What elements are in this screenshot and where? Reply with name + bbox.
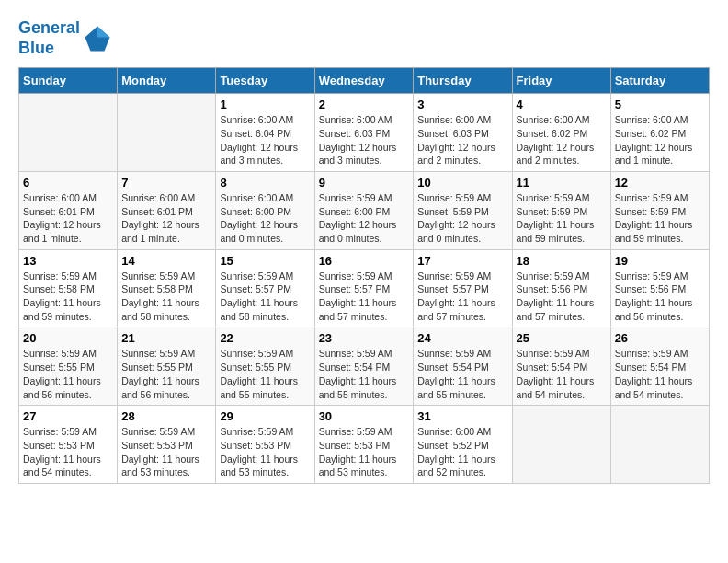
calendar-cell: 7Sunrise: 6:00 AMSunset: 6:01 PMDaylight… [118,171,216,249]
day-number: 11 [517,176,607,190]
day-info: Sunrise: 5:59 AMSunset: 5:57 PMDaylight:… [220,270,310,324]
day-number: 22 [220,331,310,345]
calendar-cell: 20Sunrise: 5:59 AMSunset: 5:55 PMDayligh… [19,327,118,406]
day-info: Sunrise: 6:00 AMSunset: 6:01 PMDaylight:… [23,191,113,246]
day-number: 9 [319,176,410,190]
calendar-cell: 17Sunrise: 5:59 AMSunset: 5:57 PMDayligh… [414,249,512,327]
calendar-cell: 16Sunrise: 5:59 AMSunset: 5:57 PMDayligh… [314,249,414,327]
weekday-header-saturday: Saturday [610,68,709,94]
day-number: 7 [121,176,211,190]
day-info: Sunrise: 6:00 AMSunset: 5:52 PMDaylight:… [417,425,507,479]
calendar-cell: 4Sunrise: 6:00 AMSunset: 6:02 PMDaylight… [512,94,610,172]
day-info: Sunrise: 5:59 AMSunset: 5:53 PMDaylight:… [319,425,410,479]
calendar-cell: 18Sunrise: 5:59 AMSunset: 5:56 PMDayligh… [512,249,610,327]
calendar-cell: 30Sunrise: 5:59 AMSunset: 5:53 PMDayligh… [314,406,414,484]
day-number: 12 [615,176,705,190]
day-info: Sunrise: 5:59 AMSunset: 5:53 PMDaylight:… [220,425,310,479]
calendar-cell: 15Sunrise: 5:59 AMSunset: 5:57 PMDayligh… [216,249,314,327]
day-number: 14 [121,254,211,268]
day-info: Sunrise: 5:59 AMSunset: 5:53 PMDaylight:… [121,425,211,479]
day-info: Sunrise: 5:59 AMSunset: 5:56 PMDaylight:… [615,270,705,324]
day-number: 27 [23,409,113,423]
day-number: 17 [417,254,507,268]
weekday-header-sunday: Sunday [19,68,118,94]
day-info: Sunrise: 5:59 AMSunset: 5:55 PMDaylight:… [121,347,211,401]
calendar-cell: 19Sunrise: 5:59 AMSunset: 5:56 PMDayligh… [610,249,709,327]
calendar-cell: 24Sunrise: 5:59 AMSunset: 5:54 PMDayligh… [414,327,512,406]
day-number: 25 [517,331,607,345]
calendar-cell: 13Sunrise: 5:59 AMSunset: 5:58 PMDayligh… [19,249,118,327]
day-number: 21 [121,331,211,345]
calendar-cell: 3Sunrise: 6:00 AMSunset: 6:03 PMDaylight… [414,94,512,172]
calendar-cell: 8Sunrise: 6:00 AMSunset: 6:00 PMDaylight… [216,171,314,249]
day-info: Sunrise: 6:00 AMSunset: 6:03 PMDaylight:… [319,113,410,167]
day-number: 16 [319,254,410,268]
calendar-week-4: 20Sunrise: 5:59 AMSunset: 5:55 PMDayligh… [19,327,710,406]
calendar-cell: 1Sunrise: 6:00 AMSunset: 6:04 PMDaylight… [216,94,314,172]
calendar-cell: 6Sunrise: 6:00 AMSunset: 6:01 PMDaylight… [19,171,118,249]
day-number: 18 [517,254,607,268]
day-number: 13 [23,254,113,268]
day-info: Sunrise: 5:59 AMSunset: 5:58 PMDaylight:… [23,270,113,324]
calendar-cell: 26Sunrise: 5:59 AMSunset: 5:54 PMDayligh… [610,327,709,406]
logo-text: GeneralBlue [18,18,80,58]
day-number: 10 [417,176,507,190]
day-info: Sunrise: 5:59 AMSunset: 5:55 PMDaylight:… [23,347,113,401]
day-info: Sunrise: 5:59 AMSunset: 5:57 PMDaylight:… [417,270,507,324]
calendar-cell [610,406,709,484]
day-number: 30 [319,409,410,423]
calendar-cell: 14Sunrise: 5:59 AMSunset: 5:58 PMDayligh… [118,249,216,327]
day-number: 15 [220,254,310,268]
day-number: 2 [319,98,410,111]
calendar-cell: 22Sunrise: 5:59 AMSunset: 5:55 PMDayligh… [216,327,314,406]
day-number: 29 [220,409,310,423]
day-info: Sunrise: 5:59 AMSunset: 5:54 PMDaylight:… [319,347,410,401]
calendar-cell [19,94,118,172]
calendar-cell [512,406,610,484]
day-number: 1 [220,98,310,111]
calendar-cell: 28Sunrise: 5:59 AMSunset: 5:53 PMDayligh… [118,406,216,484]
day-number: 24 [417,331,507,345]
day-number: 31 [417,409,507,423]
calendar-week-5: 27Sunrise: 5:59 AMSunset: 5:53 PMDayligh… [19,406,710,484]
weekday-header-thursday: Thursday [414,68,512,94]
page-header: GeneralBlue [18,18,710,58]
day-info: Sunrise: 5:59 AMSunset: 5:57 PMDaylight:… [319,270,410,324]
day-info: Sunrise: 6:00 AMSunset: 6:02 PMDaylight:… [517,113,607,167]
day-info: Sunrise: 5:59 AMSunset: 5:53 PMDaylight:… [23,425,113,479]
calendar-cell: 9Sunrise: 5:59 AMSunset: 6:00 PMDaylight… [314,171,414,249]
calendar-cell: 5Sunrise: 6:00 AMSunset: 6:02 PMDaylight… [610,94,709,172]
calendar-cell: 2Sunrise: 6:00 AMSunset: 6:03 PMDaylight… [314,94,414,172]
day-info: Sunrise: 6:00 AMSunset: 6:04 PMDaylight:… [220,113,310,167]
calendar-cell: 29Sunrise: 5:59 AMSunset: 5:53 PMDayligh… [216,406,314,484]
day-info: Sunrise: 5:59 AMSunset: 5:55 PMDaylight:… [220,347,310,401]
day-number: 6 [23,176,113,190]
day-info: Sunrise: 6:00 AMSunset: 6:03 PMDaylight:… [417,113,507,167]
day-info: Sunrise: 5:59 AMSunset: 5:56 PMDaylight:… [517,270,607,324]
calendar-cell: 10Sunrise: 5:59 AMSunset: 5:59 PMDayligh… [414,171,512,249]
weekday-header-tuesday: Tuesday [216,68,314,94]
day-info: Sunrise: 5:59 AMSunset: 6:00 PMDaylight:… [319,191,410,246]
day-info: Sunrise: 5:59 AMSunset: 5:59 PMDaylight:… [417,191,507,246]
day-number: 20 [23,331,113,345]
weekday-header-monday: Monday [118,68,216,94]
logo-icon [84,25,111,52]
calendar-cell: 21Sunrise: 5:59 AMSunset: 5:55 PMDayligh… [118,327,216,406]
calendar-week-3: 13Sunrise: 5:59 AMSunset: 5:58 PMDayligh… [19,249,710,327]
day-info: Sunrise: 5:59 AMSunset: 5:54 PMDaylight:… [517,347,607,401]
day-info: Sunrise: 6:00 AMSunset: 6:02 PMDaylight:… [615,113,705,167]
day-number: 23 [319,331,410,345]
day-info: Sunrise: 5:59 AMSunset: 5:54 PMDaylight:… [417,347,507,401]
calendar-cell [118,94,216,172]
weekday-header-friday: Friday [512,68,610,94]
calendar-week-1: 1Sunrise: 6:00 AMSunset: 6:04 PMDaylight… [19,94,710,172]
day-number: 3 [417,98,507,111]
day-number: 28 [121,409,211,423]
calendar-cell: 25Sunrise: 5:59 AMSunset: 5:54 PMDayligh… [512,327,610,406]
day-info: Sunrise: 6:00 AMSunset: 6:00 PMDaylight:… [220,191,310,246]
logo: GeneralBlue [18,18,111,58]
calendar-cell: 27Sunrise: 5:59 AMSunset: 5:53 PMDayligh… [19,406,118,484]
calendar-cell: 12Sunrise: 5:59 AMSunset: 5:59 PMDayligh… [610,171,709,249]
calendar-cell: 23Sunrise: 5:59 AMSunset: 5:54 PMDayligh… [314,327,414,406]
day-number: 26 [615,331,705,345]
